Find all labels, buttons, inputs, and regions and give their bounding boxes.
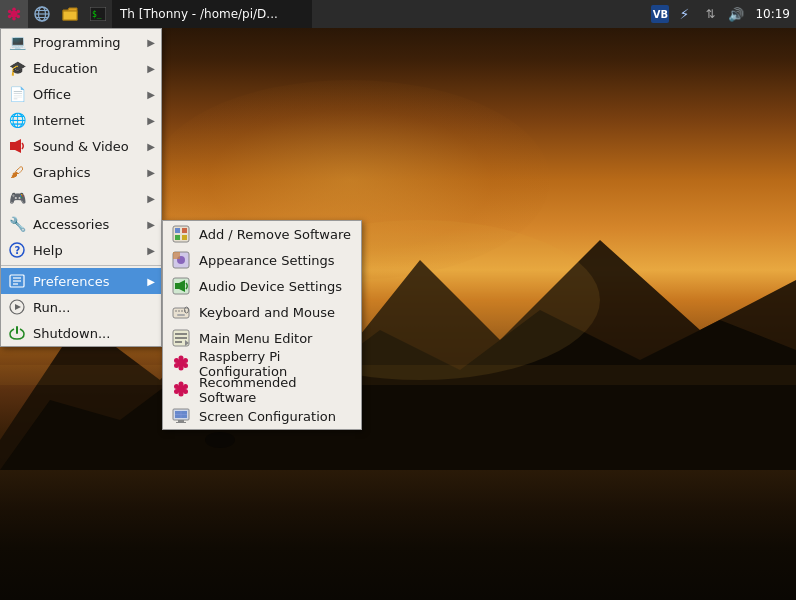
- appearance-icon: [171, 250, 191, 270]
- network-icon[interactable]: [28, 0, 56, 28]
- svg-point-6: [12, 8, 16, 12]
- menu-editor-label: Main Menu Editor: [199, 331, 353, 346]
- keyboard-mouse-label: Keyboard and Mouse: [199, 305, 353, 320]
- education-icon: 🎓: [7, 58, 27, 78]
- main-menu: 💻 Programming ▶ 🎓 Education ▶ 📄 Office ▶…: [0, 28, 162, 347]
- games-icon: 🎮: [7, 188, 27, 208]
- run-icon: [7, 297, 27, 317]
- submenu-item-audio[interactable]: Audio Device Settings: [163, 273, 361, 299]
- volume-icon[interactable]: 🔊: [725, 3, 747, 25]
- submenu-item-appearance[interactable]: Appearance Settings: [163, 247, 361, 273]
- menu-item-accessories[interactable]: 🔧 Accessories ▶: [1, 211, 161, 237]
- keyboard-mouse-icon: [171, 302, 191, 322]
- bluetooth-icon[interactable]: ⚡: [673, 3, 695, 25]
- raspi-config-icon: [171, 354, 191, 374]
- svg-rect-20: [10, 142, 15, 150]
- menu-item-graphics[interactable]: 🖌 Graphics ▶: [1, 159, 161, 185]
- svg-point-58: [174, 363, 179, 368]
- svg-rect-69: [178, 420, 184, 422]
- menu-item-office[interactable]: 📄 Office ▶: [1, 81, 161, 107]
- svg-rect-17: [63, 11, 77, 20]
- arrow-icon: ▶: [147, 219, 155, 230]
- svg-point-64: [183, 384, 188, 389]
- recommended-label: Recommended Software: [199, 375, 353, 405]
- arrow-icon: ▶: [147, 167, 155, 178]
- svg-point-65: [174, 389, 179, 394]
- svg-rect-34: [182, 235, 187, 240]
- start-menu-button[interactable]: [0, 0, 28, 28]
- svg-rect-70: [176, 422, 186, 423]
- svg-point-63: [174, 384, 179, 389]
- shutdown-icon: [7, 323, 27, 343]
- submenu-item-raspi-config[interactable]: Raspberry Pi Configuration: [163, 351, 361, 377]
- active-window-title[interactable]: Th [Thonny - /home/pi/D...: [112, 0, 312, 28]
- clock: 10:19: [751, 7, 790, 21]
- games-label: Games: [33, 191, 147, 206]
- submenu-item-add-remove[interactable]: Add / Remove Software: [163, 221, 361, 247]
- svg-point-4: [205, 432, 235, 448]
- sound-video-label: Sound & Video: [33, 139, 147, 154]
- svg-point-9: [17, 10, 21, 14]
- arrow-icon: ▶: [147, 193, 155, 204]
- svg-rect-46: [177, 314, 185, 316]
- svg-rect-33: [175, 235, 180, 240]
- recommended-icon: [171, 380, 191, 400]
- svg-rect-37: [173, 252, 180, 259]
- svg-point-7: [12, 17, 16, 21]
- svg-text:$_: $_: [92, 10, 102, 19]
- programming-label: Programming: [33, 35, 147, 50]
- submenu-item-recommended[interactable]: Recommended Software: [163, 377, 361, 403]
- run-label: Run...: [33, 300, 155, 315]
- svg-rect-3: [0, 365, 796, 385]
- water: [0, 470, 796, 600]
- menu-item-internet[interactable]: 🌐 Internet ▶: [1, 107, 161, 133]
- arrow-icon: ▶: [147, 245, 155, 256]
- accessories-icon: 🔧: [7, 214, 27, 234]
- virtualbox-tray-icon[interactable]: VB: [651, 5, 669, 23]
- office-icon: 📄: [7, 84, 27, 104]
- menu-editor-icon: [171, 328, 191, 348]
- svg-rect-31: [175, 228, 180, 233]
- svg-point-66: [183, 389, 188, 394]
- arrow-icon: ▶: [147, 89, 155, 100]
- svg-text:?: ?: [15, 245, 21, 256]
- terminal-icon[interactable]: $_: [84, 0, 112, 28]
- submenu-item-screen-config[interactable]: Screen Configuration: [163, 403, 361, 429]
- help-icon: ?: [7, 240, 27, 260]
- filemanager-icon[interactable]: [56, 0, 84, 28]
- svg-rect-39: [175, 283, 179, 289]
- taskbar: $_ Th [Thonny - /home/pi/D... VB ⚡ ⇅ 🔊 1…: [0, 0, 796, 28]
- add-remove-label: Add / Remove Software: [199, 227, 353, 242]
- education-label: Education: [33, 61, 147, 76]
- svg-rect-32: [182, 228, 187, 233]
- arrow-icon: ▶: [147, 276, 155, 287]
- add-remove-icon: [171, 224, 191, 244]
- preferences-icon: [7, 271, 27, 291]
- menu-item-shutdown[interactable]: Shutdown...: [1, 320, 161, 346]
- svg-point-10: [8, 15, 12, 19]
- arrow-icon: ▶: [147, 115, 155, 126]
- menu-item-games[interactable]: 🎮 Games ▶: [1, 185, 161, 211]
- graphics-label: Graphics: [33, 165, 147, 180]
- arrow-icon: ▶: [147, 63, 155, 74]
- menu-item-help[interactable]: ? Help ▶: [1, 237, 161, 263]
- preferences-submenu: Add / Remove Software Appearance Setting…: [162, 220, 362, 430]
- menu-item-education[interactable]: 🎓 Education ▶: [1, 55, 161, 81]
- submenu-item-keyboard-mouse[interactable]: Keyboard and Mouse: [163, 299, 361, 325]
- svg-point-57: [183, 358, 188, 363]
- svg-point-54: [179, 356, 184, 361]
- audio-icon: [171, 276, 191, 296]
- audio-label: Audio Device Settings: [199, 279, 353, 294]
- svg-marker-21: [15, 139, 21, 153]
- internet-icon: 🌐: [7, 110, 27, 130]
- system-tray: VB ⚡ ⇅ 🔊 10:19: [645, 3, 796, 25]
- appearance-label: Appearance Settings: [199, 253, 353, 268]
- menu-item-run[interactable]: Run...: [1, 294, 161, 320]
- submenu-item-menu-editor[interactable]: Main Menu Editor: [163, 325, 361, 351]
- arrow-icon: ▶: [147, 37, 155, 48]
- menu-item-preferences[interactable]: Preferences ▶: [1, 268, 161, 294]
- arrow-icon: ▶: [147, 141, 155, 152]
- menu-item-programming[interactable]: 💻 Programming ▶: [1, 29, 161, 55]
- network-status-icon[interactable]: ⇅: [699, 3, 721, 25]
- menu-item-sound-video[interactable]: Sound & Video ▶: [1, 133, 161, 159]
